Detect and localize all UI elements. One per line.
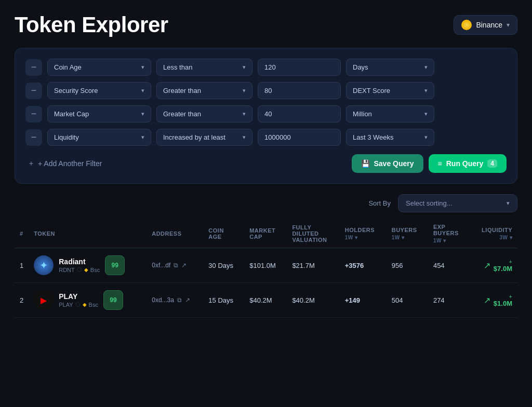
liquidity-change: + (494, 293, 512, 300)
filter-operator-select-3[interactable]: Greater than ▾ (156, 105, 252, 123)
filter-unit-select-3[interactable]: Million ▾ (346, 105, 434, 123)
filter-value-input-2[interactable] (258, 82, 341, 99)
sort-select[interactable]: Select sorting... ▾ (398, 194, 517, 212)
address-text: 0xd...3a (152, 296, 174, 304)
row-num: 2 (15, 283, 29, 318)
holders-cell: +149 (340, 283, 387, 318)
token-info: PLAY PLAY ⬡ ◆ Bsc (59, 292, 98, 308)
filter-unit-label-3: Million (353, 110, 372, 118)
filter-row-1: − Coin Age ▾ Less than ▾ Days ▾ (25, 59, 507, 76)
remove-filter-button-1[interactable]: − (25, 59, 42, 76)
col-exp-buyers: EXPBUYERS 1W▾ (428, 220, 470, 248)
filter-panel: − Coin Age ▾ Less than ▾ Days ▾ − Securi… (15, 48, 517, 184)
filter-field-select-3[interactable]: Market Cap ▾ (47, 105, 151, 123)
chain-icon: ◆ (83, 302, 87, 307)
filter-value-input-3[interactable] (258, 105, 341, 123)
buyers-cell: 504 (387, 283, 428, 318)
chevron-down-icon: ▾ (243, 87, 246, 94)
results-header: Sort By Select sorting... ▾ (15, 194, 517, 212)
col-num: # (15, 220, 29, 248)
row-num: 1 (15, 248, 29, 283)
filter-value-input-1[interactable] (258, 59, 341, 76)
chevron-down-icon: ▾ (141, 134, 144, 141)
chevron-down-icon: ▾ (507, 200, 510, 207)
run-query-button[interactable]: ≡ Run Query 4 (429, 154, 507, 173)
holders-cell: +3576 (340, 248, 387, 283)
add-filter-label: + Add Another Filter (38, 159, 102, 168)
chevron-down-icon: ▾ (424, 111, 428, 117)
filter-field-label-4: Liquidity (54, 133, 79, 141)
address-cell: 0xd...3a ⧉ ↗ (147, 283, 203, 318)
filter-operator-label-4: Increased by at least (163, 133, 225, 141)
liquidity-value: + $1.0M (494, 293, 512, 307)
table-body: 1 ✦ Radiant RDNT ⬡ ◆ Bsc 99 (15, 248, 517, 318)
liquidity-cell: ↗ + $7.0M (470, 248, 517, 283)
run-query-label: Run Query (446, 159, 484, 168)
exchange-selector[interactable]: 🪙 Binance ▾ (454, 15, 517, 35)
token-name: Radiant (59, 257, 100, 266)
chevron-down-icon: ▾ (141, 87, 144, 94)
page-header: Token Explorer 🪙 Binance ▾ (15, 12, 517, 37)
filter-field-label-2: Security Score (54, 87, 98, 94)
address-cell: 0xf...df ⧉ ↗ (147, 248, 203, 283)
filter-actions: ＋ + Add Another Filter 💾 Save Query ≡ Ru… (25, 154, 507, 173)
token-name: PLAY (59, 292, 98, 301)
filter-unit-select-4[interactable]: Last 3 Weeks ▾ (346, 129, 434, 146)
filter-unit-select-2[interactable]: DEXT Score ▾ (346, 82, 434, 99)
external-link-icon[interactable]: ↗ (181, 262, 187, 269)
col-market-cap: MARKETCAP (244, 220, 287, 248)
filter-unit-label-2: DEXT Score (353, 87, 390, 94)
binance-icon: 🪙 (461, 20, 472, 30)
remove-filter-button-4[interactable]: − (25, 129, 42, 146)
filter-unit-label-4: Last 3 Weeks (353, 133, 394, 141)
liquidity-value: + $7.0M (494, 259, 512, 273)
market-cap-cell: $40.2M (244, 283, 287, 318)
chevron-down-icon: ▾ (507, 21, 510, 29)
save-icon: 💾 (361, 159, 370, 168)
chevron-down-icon: ▾ (424, 64, 428, 71)
filter-field-select-1[interactable]: Coin Age ▾ (47, 59, 151, 76)
filter-field-label-3: Market Cap (54, 110, 89, 118)
chevron-down-icon: ▾ (243, 64, 246, 71)
filter-value-input-4[interactable] (258, 129, 341, 146)
save-query-button[interactable]: 💾 Save Query (352, 154, 423, 173)
chain-icon: ◆ (84, 267, 88, 273)
filter-field-select-4[interactable]: Liquidity ▾ (47, 129, 151, 146)
chevron-down-icon: ▾ (243, 134, 246, 141)
copy-icon[interactable]: ⧉ (174, 262, 178, 269)
col-token: TOKEN (29, 220, 147, 248)
remove-filter-button-3[interactable]: − (25, 106, 42, 123)
external-link-icon[interactable]: ↗ (185, 296, 190, 304)
remove-filter-button-2[interactable]: − (25, 83, 42, 99)
copy-icon[interactable]: ⧉ (177, 296, 182, 304)
table-row: 1 ✦ Radiant RDNT ⬡ ◆ Bsc 99 (15, 248, 517, 283)
filter-operator-select-2[interactable]: Greater than ▾ (156, 82, 252, 99)
chain-name: Bsc (90, 267, 100, 273)
exchange-name: Binance (476, 21, 502, 29)
liquidity-trend-icon: ↗ (484, 295, 490, 305)
filter-operator-select-4[interactable]: Increased by at least ▾ (156, 129, 252, 146)
token-cell: ▶ PLAY PLAY ⬡ ◆ Bsc 99 (29, 283, 147, 318)
filter-operator-select-1[interactable]: Less than ▾ (156, 59, 252, 76)
filter-row-3: − Market Cap ▾ Greater than ▾ Million ▾ (25, 105, 507, 123)
market-cap-cell: $101.0M (244, 248, 287, 283)
add-filter-button[interactable]: ＋ + Add Another Filter (25, 155, 104, 172)
results-table: # TOKEN ADDRESS COINAGE MARKETCAP FULLYD… (15, 220, 517, 318)
chain-separator: ⬡ (77, 266, 82, 273)
fdv-cell: $21.7M (287, 248, 339, 283)
run-query-count: 4 (487, 159, 497, 168)
chevron-down-icon: ▾ (243, 111, 246, 117)
action-buttons: 💾 Save Query ≡ Run Query 4 (352, 154, 507, 173)
token-logo: ✦ (34, 255, 54, 275)
token-info: Radiant RDNT ⬡ ◆ Bsc (59, 257, 100, 273)
filter-row-4: − Liquidity ▾ Increased by at least ▾ La… (25, 129, 507, 146)
filter-row-2: − Security Score ▾ Greater than ▾ DEXT S… (25, 82, 507, 99)
chain-separator: ⬡ (75, 301, 81, 308)
buyers-cell: 956 (387, 248, 428, 283)
filter-field-select-2[interactable]: Security Score ▾ (47, 82, 151, 99)
token-symbol: RDNT (59, 267, 75, 273)
liquidity-amount: $7.0M (494, 265, 512, 273)
filter-operator-label-1: Less than (163, 63, 192, 71)
col-coin-age: COINAGE (203, 220, 244, 248)
filter-unit-select-1[interactable]: Days ▾ (346, 59, 434, 76)
